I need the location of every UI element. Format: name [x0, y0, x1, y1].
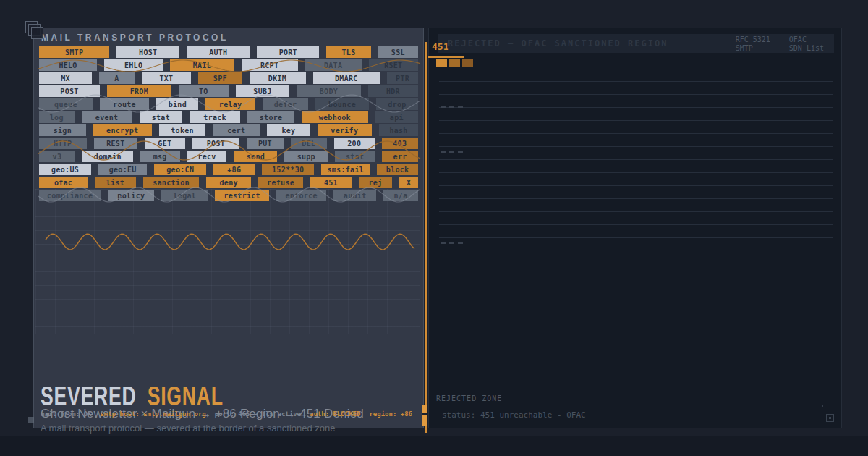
- chip-row: MXATXTSPFDKIMDMARCPTR: [39, 72, 418, 84]
- signal-blocks: [436, 59, 473, 67]
- chip-legal: legal: [161, 190, 208, 201]
- chip-route: route: [100, 98, 150, 110]
- chip-geo-us: geo:US: [39, 164, 91, 175]
- status-segment: port: 465 → tls active: [215, 410, 301, 418]
- chip-row: ofaclistsanctiondenyrefuse451rejX: [39, 177, 418, 188]
- chip-relay: relay: [205, 98, 255, 110]
- chip-block: block: [377, 164, 418, 175]
- chip-403: 403: [382, 138, 418, 149]
- status-segment: region: +86: [369, 410, 412, 418]
- redacted-dashes: [441, 106, 463, 108]
- chip-store: store: [247, 111, 294, 123]
- chip-from: FROM: [107, 85, 171, 97]
- chip-tls: TLS: [326, 46, 370, 58]
- chip-helo: HELO: [39, 59, 97, 71]
- chip-bounce: bounce: [315, 98, 369, 110]
- separator-line: [439, 172, 833, 173]
- chip-deny: deny: [206, 177, 251, 188]
- rejected-header-title: REJECTED — OFAC SANCTIONED REGION: [448, 38, 668, 48]
- chip-ptr: PTR: [387, 72, 418, 84]
- chip-row: SMTPHOSTAUTHPORTTLSSSL: [39, 46, 418, 58]
- status-line: mail from: OKsmtp host: smtp.mailgun.org…: [41, 410, 421, 418]
- chip-webhook: webhook: [302, 111, 368, 123]
- layers-icon: [25, 21, 47, 43]
- chip-key: key: [267, 124, 310, 136]
- separator-line: [439, 185, 833, 186]
- chip-spf: SPF: [198, 72, 242, 84]
- separator-line: [439, 94, 833, 95]
- og-card: MAIL TRANSPORT PROTOCOL SMTPHOSTAUTHPORT…: [0, 0, 868, 456]
- chip-a: A: [99, 72, 135, 84]
- chip-rset: RSET: [369, 59, 418, 71]
- chip-restrict: restrict: [215, 190, 269, 201]
- left-panel-title: MAIL TRANSPORT PROTOCOL: [41, 33, 229, 43]
- separator-line: [439, 211, 833, 212]
- chip-list: list: [95, 177, 136, 188]
- separator-line: [439, 133, 833, 134]
- chip-auth: AUTH: [187, 46, 250, 58]
- chip-row: HELOEHLOMAILRCPTDATARSET: [39, 59, 418, 71]
- chip-smtp: SMTP: [39, 46, 109, 58]
- chip-compliance: compliance: [39, 190, 101, 201]
- chip-row: compliancepolicylegalrestrictenforceaudi…: [39, 190, 418, 201]
- chip-msg: msg: [140, 151, 180, 162]
- meta-ofac-line1: OFAC: [789, 35, 824, 44]
- chip-stat: stat: [140, 111, 182, 123]
- chip-geo-cn: geo:CN: [154, 164, 206, 175]
- chip-cert: cert: [213, 124, 260, 136]
- chip-bind: bind: [156, 98, 198, 110]
- chip-api: api: [375, 111, 418, 123]
- divider-cursor: [422, 405, 427, 426]
- chip-txt: TXT: [142, 72, 191, 84]
- chip-row: logeventstattrackstorewebhookapi: [39, 111, 418, 123]
- chip-refuse: refuse: [258, 177, 303, 188]
- subtitle-description: A mail transport protocol — severed at t…: [41, 423, 336, 434]
- redacted-dashes: [441, 151, 463, 153]
- chip-row: queueroutebindrelaydeferbouncedrop: [39, 98, 418, 110]
- separator-line: [439, 120, 833, 121]
- chip-dkim: DKIM: [250, 72, 306, 84]
- chip-row: v3domainmsgrecvsendsuppstaterr: [39, 151, 418, 162]
- redacted-dashes: [441, 242, 463, 244]
- chip-del: DEL: [291, 138, 327, 149]
- chip-send: send: [234, 151, 277, 162]
- chip-log: log: [39, 111, 75, 123]
- rejected-zone-label: REJECTED ZONE: [436, 394, 502, 402]
- chip-audit: audit: [333, 190, 376, 201]
- chip-encrypt: encrypt: [93, 124, 152, 136]
- status-code-451: 451: [432, 41, 448, 52]
- chip-track: track: [190, 111, 240, 123]
- separator-line: [439, 107, 833, 108]
- code-underline: [428, 56, 464, 58]
- chip-x: X: [399, 177, 418, 188]
- signal-block: [462, 59, 473, 67]
- chip-sms-fail: sms:fail: [321, 164, 370, 175]
- status-segment: auth: BLOCKED: [310, 410, 360, 418]
- chip-drop: drop: [376, 98, 418, 110]
- chip-http: HTTP: [39, 138, 87, 149]
- chip-post: POST: [39, 85, 100, 97]
- meta-rfc: RFC 5321 SMTP: [736, 35, 770, 53]
- chip-ofac: ofac: [39, 177, 88, 188]
- meta-ofac: OFAC SDN List: [789, 35, 824, 53]
- chip-subj: SUBJ: [236, 85, 289, 97]
- chip-rej: rej: [359, 177, 392, 188]
- chip-200: 200: [334, 138, 374, 149]
- chip-domain: domain: [82, 151, 133, 162]
- chip-token: token: [159, 124, 206, 136]
- chip-mx: MX: [39, 72, 92, 84]
- right-panel-header: REJECTED — OFAC SANCTIONED REGION RFC 53…: [438, 34, 834, 53]
- meta-rfc-line1: RFC 5321: [736, 35, 770, 44]
- chip-ehlo: EHLO: [104, 59, 163, 71]
- chip-rest: REST: [94, 138, 138, 149]
- chip-geo-eu: geo:EU: [98, 164, 147, 175]
- chip-hash: hash: [379, 124, 418, 136]
- chip-data: DATA: [305, 59, 362, 71]
- chip-post: POST: [192, 138, 240, 149]
- separator-line: [439, 198, 833, 199]
- chip-v3: v3: [39, 151, 75, 162]
- separator-line: [439, 146, 833, 147]
- chip-+86: +86: [213, 164, 255, 175]
- separator-line: [439, 237, 833, 238]
- corner-square: [28, 417, 34, 423]
